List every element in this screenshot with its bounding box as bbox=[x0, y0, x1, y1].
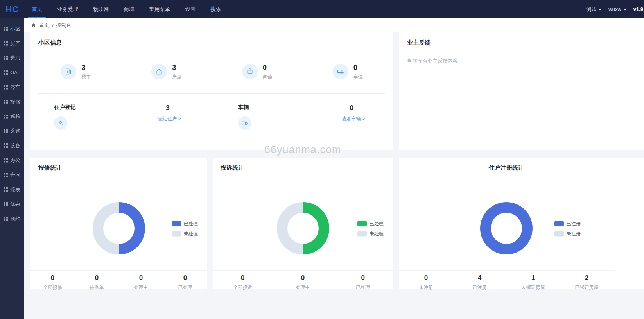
bstat-label: 已处理 bbox=[163, 284, 207, 291]
sidebar-item-label: 报修 bbox=[10, 99, 20, 106]
registration-vehicle-section: 住户登记 3↑ 登记住户 > 车辆 bbox=[30, 94, 393, 130]
nav-item-mall[interactable]: 商城 bbox=[117, 0, 142, 18]
bstat-label: 未注册 bbox=[399, 284, 453, 291]
legend-swatch bbox=[172, 221, 181, 226]
truck-icon bbox=[333, 64, 348, 79]
user-dropdown[interactable]: wuxw bbox=[608, 6, 627, 12]
card-title: 住户注册统计 bbox=[399, 158, 614, 172]
sidebar-item-label: OA bbox=[10, 70, 18, 75]
legend-label: 未处理 bbox=[370, 231, 384, 237]
community-stats-row: 3 楼宇 3 房屋 bbox=[30, 64, 393, 80]
sidebar-item-parking[interactable]: 停车 bbox=[0, 80, 24, 95]
sidebar-item-community[interactable]: 小区 bbox=[0, 22, 24, 36]
legend-item-unprocessed[interactable]: 未处理 bbox=[357, 231, 384, 237]
complaint-stats-row: 0全部投诉 0处理中 0已处理 bbox=[213, 270, 393, 289]
legend-item-processed[interactable]: 已处理 bbox=[172, 220, 198, 227]
navbar-right: 测试 wuxw v1.9 bbox=[586, 6, 644, 13]
donut-chart[interactable] bbox=[277, 202, 329, 254]
sidebar-item-equipment[interactable]: 设备 bbox=[0, 138, 24, 153]
nav-item-common-menu[interactable]: 常用菜单 bbox=[142, 0, 178, 18]
donut-chart[interactable] bbox=[480, 202, 533, 254]
sidebar-item-fees[interactable]: 费用 bbox=[0, 51, 24, 65]
card-title: 业主反馈 bbox=[399, 32, 644, 47]
sidebar-item-label: 优惠 bbox=[10, 201, 20, 208]
stat-houses: 3 房屋 bbox=[121, 64, 212, 80]
sidebar-item-label: 报表 bbox=[10, 186, 20, 193]
register-resident-link[interactable]: 登记住户 > bbox=[158, 116, 181, 122]
bstat: 0已处理 bbox=[333, 274, 393, 289]
main-content: 小区信息 3 楼宇 bbox=[24, 32, 644, 319]
nav-item-iot[interactable]: 物联网 bbox=[86, 0, 117, 18]
complaint-donut-chart: 已处理 未处理 bbox=[213, 172, 393, 284]
legend-item-unprocessed[interactable]: 未处理 bbox=[172, 231, 198, 237]
nav-item-settings[interactable]: 设置 bbox=[178, 0, 203, 18]
card-title: 报修统计 bbox=[30, 158, 207, 172]
sidebar-item-repair[interactable]: 报修 bbox=[0, 95, 24, 109]
donut-chart[interactable] bbox=[93, 202, 145, 254]
sidebar-item-appointment[interactable]: 预约 bbox=[0, 211, 24, 226]
sidebar-item-label: 采购 bbox=[10, 127, 20, 134]
repair-donut-chart: 已处理 未处理 bbox=[30, 172, 207, 284]
grid-icon bbox=[4, 27, 8, 31]
bstat-label: 未绑定房屋 bbox=[506, 284, 560, 291]
legend-item-processed[interactable]: 已处理 bbox=[357, 220, 384, 227]
owner-feedback-card: 业主反馈 当前没有业主反馈内容 bbox=[399, 32, 644, 150]
community-switcher-dropdown[interactable]: 测试 bbox=[586, 6, 602, 13]
breadcrumb: 首页 / 控制台 bbox=[24, 18, 644, 32]
vehicle-value: 0 bbox=[350, 104, 353, 112]
view-vehicle-link[interactable]: 查看车辆 > bbox=[342, 116, 365, 122]
sidebar-item-label: 房产 bbox=[10, 40, 20, 47]
sidebar-item-property[interactable]: 房产 bbox=[0, 36, 24, 50]
vehicle-right: 0↑ 查看车辆 > bbox=[342, 104, 365, 130]
bstat-value: 0 bbox=[399, 274, 453, 282]
nav-item-home[interactable]: 首页 bbox=[24, 0, 50, 18]
bstat-value: 2 bbox=[560, 274, 614, 282]
stat-label: 车位 bbox=[353, 73, 363, 80]
registration-value-row: 3↑ bbox=[158, 104, 181, 112]
feedback-empty-text: 当前没有业主反馈内容 bbox=[399, 47, 644, 65]
legend-label: 未注册 bbox=[567, 231, 581, 237]
truck-icon bbox=[238, 116, 251, 130]
legend-swatch bbox=[172, 231, 181, 237]
legend-swatch bbox=[554, 221, 564, 226]
nav-item-business[interactable]: 业务受理 bbox=[50, 0, 86, 18]
bstat: 0全部报修 bbox=[30, 274, 75, 289]
stat-text: 3 楼宇 bbox=[81, 64, 91, 80]
breadcrumb-home[interactable]: 首页 bbox=[39, 22, 49, 29]
bstat-label: 已绑定房屋 bbox=[560, 284, 614, 291]
legend-swatch bbox=[357, 231, 367, 237]
legend-item-registered[interactable]: 已注册 bbox=[554, 220, 581, 227]
sidebar-item-oa[interactable]: OA bbox=[0, 65, 24, 80]
bstat: 0待派单 bbox=[75, 274, 119, 289]
nav-item-search[interactable]: 搜索 bbox=[203, 0, 229, 18]
bstat-value: 1 bbox=[506, 274, 560, 282]
app-logo[interactable]: HC bbox=[0, 4, 24, 14]
sidebar-item-label: 小区 bbox=[10, 25, 20, 32]
grid-icon bbox=[4, 129, 8, 133]
sidebar-item-report[interactable]: 报表 bbox=[0, 182, 24, 197]
grid-icon bbox=[4, 41, 8, 46]
stat-value: 3 bbox=[81, 64, 91, 72]
sidebar-item-label: 设备 bbox=[10, 142, 20, 149]
building-icon bbox=[61, 64, 76, 79]
vehicle-value-row: 0↑ bbox=[342, 104, 365, 112]
bstat: 4已注册 bbox=[453, 274, 506, 289]
breadcrumb-separator: / bbox=[52, 23, 54, 29]
house-icon bbox=[151, 64, 167, 79]
grid-icon bbox=[4, 100, 8, 104]
sidebar-item-purchase[interactable]: 采购 bbox=[0, 124, 24, 138]
stat-label: 楼宇 bbox=[81, 73, 91, 80]
sidebar-item-inspection[interactable]: 巡检 bbox=[0, 109, 24, 124]
registration-left: 住户登记 bbox=[54, 104, 76, 130]
legend-swatch bbox=[554, 231, 564, 237]
legend-item-unregistered[interactable]: 未注册 bbox=[554, 231, 581, 237]
grid-icon bbox=[4, 187, 8, 192]
vehicle-left: 车辆 bbox=[238, 104, 251, 130]
repair-stats-row: 0全部报修 0待派单 0处理中 0已处理 bbox=[30, 270, 207, 289]
sidebar-item-office[interactable]: 办公 bbox=[0, 153, 24, 168]
bstat: 0处理中 bbox=[119, 274, 163, 289]
sidebar-item-contract[interactable]: 合同 bbox=[0, 168, 24, 182]
sidebar-item-discount[interactable]: 优惠 bbox=[0, 197, 24, 211]
registration-right: 3↑ 登记住户 > bbox=[158, 104, 181, 130]
bstat-label: 处理中 bbox=[273, 284, 333, 291]
